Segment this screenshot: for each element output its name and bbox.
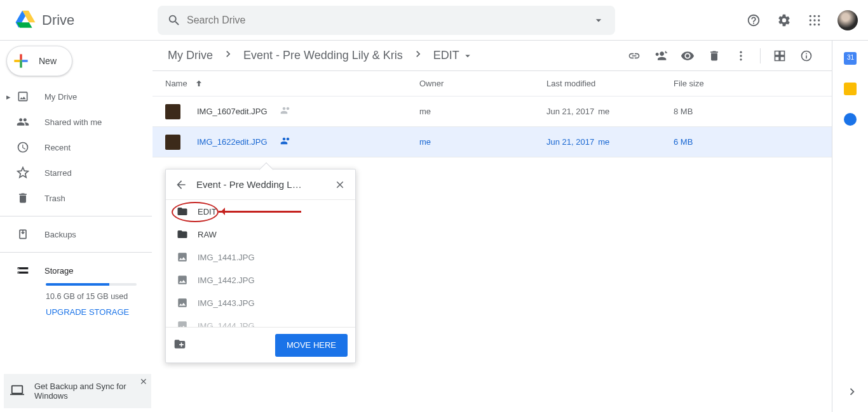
file-modified: Jun 21, 2017me [546,107,674,116]
sidebar-item-starred[interactable]: Starred [0,160,152,185]
folder-icon [176,228,189,241]
svg-point-10 [740,55,742,56]
backup-banner-text: Get Backup and Sync for Windows [34,382,145,401]
file-thumbnail [165,104,180,119]
search-input[interactable] [187,15,586,26]
sidebar-item-label: Starred [44,168,72,178]
breadcrumb-current-label: EDIT [433,49,459,62]
close-icon[interactable] [330,175,350,195]
storage-usage-text: 10.6 GB of 15 GB used [0,292,152,301]
info-icon[interactable] [794,43,819,69]
popup-file-item[interactable]: IMG_1444.JPG [166,314,355,327]
svg-point-6 [810,23,811,25]
sidebar-item-my-drive[interactable]: ▸ My Drive [0,84,152,109]
table-header: Name Owner Last modified File size [153,71,832,96]
dropdown-icon[interactable] [586,8,611,33]
column-size[interactable]: File size [674,79,756,88]
file-owner: me [419,137,546,147]
tasks-addon-icon[interactable] [844,113,857,126]
sidebar-item-label: Trash [44,194,65,203]
sidebar: New ▸ My Drive Shared with me Recent Sta… [0,41,153,412]
image-file-icon [176,319,189,327]
toolbar-actions [621,43,819,69]
column-owner[interactable]: Owner [419,79,546,88]
header: Drive [0,0,868,41]
svg-point-7 [813,23,815,25]
sidebar-item-storage[interactable]: Storage [0,258,152,283]
preview-icon[interactable] [675,43,700,69]
drive-logo-icon [13,8,38,33]
file-row[interactable]: IMG_1607edit.JPG me Jun 21, 2017me 8 MB [153,96,832,127]
sidebar-item-recent[interactable]: Recent [0,135,152,160]
storage-icon [15,263,31,278]
shared-badge-icon [280,105,292,118]
chevron-right-icon [412,48,424,63]
grid-view-icon[interactable] [767,43,792,69]
desktop-icon [10,383,25,399]
popup-folder-item[interactable]: RAW [166,223,355,246]
dropdown-icon [462,50,473,62]
popup-file-item[interactable]: IMG_1441.JPG [166,246,355,269]
backup-banner[interactable]: Get Backup and Sync for Windows ✕ [4,374,151,408]
popup-file-item[interactable]: IMG_1442.JPG [166,269,355,291]
account-avatar[interactable] [837,10,858,30]
sidebar-item-trash[interactable]: Trash [0,185,152,211]
popup-folder-item[interactable]: EDIT [166,200,355,223]
star-icon [15,165,31,180]
help-icon[interactable] [741,8,766,33]
search-bar[interactable] [158,6,615,35]
breadcrumb-item[interactable]: My Drive [165,46,215,65]
remove-icon[interactable] [702,43,727,69]
column-name[interactable]: Name [165,79,419,89]
file-owner: me [419,107,546,116]
settings-icon[interactable] [771,8,797,33]
file-size: 6 MB [674,137,756,147]
folder-icon [176,205,189,218]
breadcrumb-item[interactable]: Event - Pre Wedding Lily & Kris [241,46,405,65]
popup-footer: MOVE HERE [166,327,355,362]
breadcrumb: My Drive Event - Pre Wedding Lily & Kris… [165,46,621,65]
upgrade-storage-link[interactable]: UPGRADE STORAGE [0,307,152,317]
breadcrumb-current[interactable]: EDIT [431,46,476,65]
people-icon [15,114,31,130]
sidebar-item-backups[interactable]: Backups [0,222,152,247]
side-panel: 31 [832,41,868,412]
file-thumbnail [165,135,180,150]
sidebar-item-shared[interactable]: Shared with me [0,109,152,135]
share-icon[interactable] [648,43,674,69]
back-icon[interactable] [171,175,191,195]
search-icon[interactable] [161,8,187,33]
keep-addon-icon[interactable] [844,83,857,95]
storage-bar [46,283,137,286]
logo-area[interactable]: Drive [5,8,158,33]
more-icon[interactable] [728,43,754,69]
file-name: IMG_1622edit.JPG [197,137,268,147]
svg-point-0 [810,15,811,17]
svg-point-5 [818,19,820,21]
my-drive-icon [15,89,31,104]
popup-file-item[interactable]: IMG_1443.JPG [166,291,355,314]
get-link-icon[interactable] [621,43,647,69]
popup-folder-list[interactable]: EDIT RAW IMG_1441.JPG IMG_1442.JPG IMG_1… [166,200,355,327]
svg-point-8 [818,23,820,25]
storage-label-text: Storage [44,266,74,276]
apps-icon[interactable] [802,8,827,33]
file-size: 8 MB [674,107,756,116]
new-button[interactable]: New [6,46,72,76]
calendar-addon-icon[interactable]: 31 [844,52,857,65]
file-name: IMG_1607edit.JPG [197,107,268,116]
sidebar-item-label: Backups [44,230,76,239]
popup-item-label: EDIT [198,207,217,216]
image-file-icon [176,251,189,263]
chevron-right-icon[interactable] [845,385,859,401]
popup-item-label: RAW [198,230,217,239]
new-folder-icon[interactable] [173,338,186,352]
shared-badge-icon [280,135,292,149]
expand-icon[interactable]: ▸ [6,92,14,102]
trash-icon [15,190,31,206]
backup-icon [15,227,31,242]
file-row[interactable]: IMG_1622edit.JPG me Jun 21, 2017me 6 MB [153,127,832,157]
move-here-button[interactable]: MOVE HERE [275,334,348,357]
column-modified[interactable]: Last modified [546,79,674,88]
close-icon[interactable]: ✕ [140,376,147,387]
